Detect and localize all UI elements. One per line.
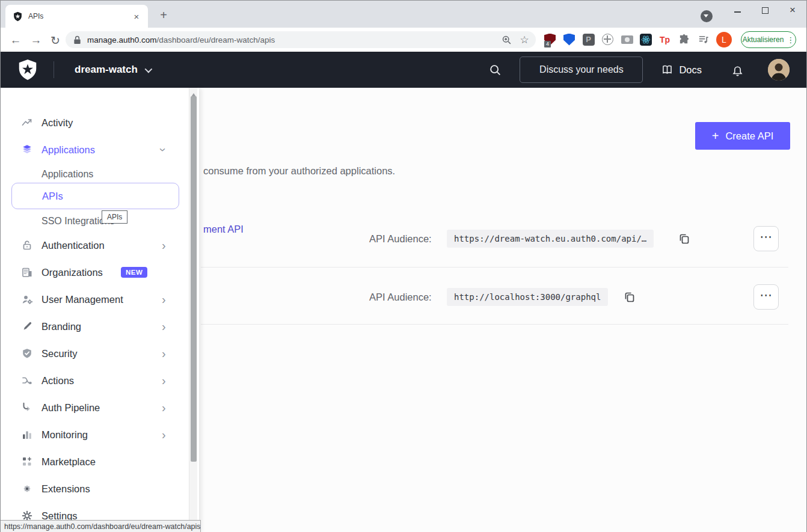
tenant-name: dream-watch (75, 64, 138, 76)
new-badge: NEW (121, 267, 147, 278)
book-icon (661, 64, 674, 76)
applications-layers-icon (21, 144, 33, 156)
zoom-level-icon[interactable] (500, 33, 513, 46)
ublock-origin-icon[interactable]: 4 (544, 33, 556, 46)
new-tab-button[interactable]: + (156, 7, 171, 23)
tab-close-icon[interactable]: × (131, 11, 142, 22)
chevron-right-icon: › (162, 429, 166, 441)
pipeline-icon (21, 402, 33, 414)
create-api-label: Create API (725, 130, 773, 142)
extensions-puzzle-icon[interactable] (678, 33, 690, 46)
chevron-right-icon: › (162, 293, 166, 305)
sidebar-item-auth-pipeline[interactable]: Auth Pipeline › (1, 394, 188, 421)
auth0-logo-icon[interactable] (16, 58, 39, 81)
sidebar-scrollbar[interactable] (189, 88, 197, 532)
auth0-favicon-icon (13, 11, 23, 22)
bookmark-star-icon[interactable]: ☆ (518, 33, 531, 46)
lock-icon (73, 35, 81, 44)
url-domain: manage.auth0.com (87, 35, 157, 44)
tenant-switcher[interactable]: dream-watch (75, 64, 150, 76)
flow-branch-icon (21, 375, 33, 387)
browser-toolbar: ← → ↻ manage.auth0.com/dashboard/eu/drea… (1, 28, 806, 52)
sidebar-item-actions[interactable]: Actions › (1, 367, 188, 394)
api-audience-value: https://dream-watch.eu.auth0.com/api/… (447, 230, 654, 248)
scrollbar-thumb[interactable] (191, 96, 197, 462)
user-gear-icon (21, 293, 33, 305)
sidebar-item-apis-selected[interactable]: APIs (11, 183, 179, 209)
user-avatar[interactable] (768, 59, 790, 81)
auth0-top-nav: dream-watch Discuss your needs Docs (1, 52, 806, 88)
tab-title: APIs (28, 12, 131, 20)
row-divider (201, 324, 788, 325)
apis-page: + Create API consume from your authorize… (1, 88, 806, 532)
search-icon[interactable] (488, 63, 502, 76)
sidebar-item-authentication[interactable]: Authentication › (1, 232, 188, 258)
browser-window: APIs × + × ← → ↻ manage.auth0.com/dashbo… (0, 0, 807, 532)
row-menu-button[interactable]: ⋯ (753, 226, 779, 251)
bitwarden-icon[interactable] (563, 33, 575, 46)
camera-icon[interactable] (621, 33, 633, 46)
status-bar-link-preview: https://manage.auth0.com/dashboard/eu/dr… (1, 520, 201, 532)
browser-menu-icon: ⋮ (787, 35, 794, 44)
lock-icon (21, 239, 33, 251)
reload-button[interactable]: ↻ (48, 32, 63, 48)
marketplace-grid-icon (21, 456, 33, 468)
forward-button[interactable]: → (28, 32, 44, 48)
organization-building-icon (21, 266, 33, 278)
sidebar-item-organizations[interactable]: Organizations NEW (1, 259, 188, 286)
sidebar-item-security[interactable]: Security › (1, 340, 188, 367)
url-path: /dashboard/eu/dream-watch/apis (157, 35, 275, 44)
api-name-link[interactable]: ment API (203, 224, 244, 235)
sidebar-item-applications[interactable]: Applications › (1, 136, 188, 163)
browser-tab[interactable]: APIs × (5, 5, 148, 28)
chevron-down-icon: › (158, 148, 170, 152)
sidebar-item-sso-integrations[interactable]: SSO Integrations (1, 209, 188, 233)
playlist-icon[interactable] (697, 33, 710, 46)
chevron-right-icon: › (162, 402, 166, 414)
shield-check-icon (21, 347, 33, 359)
sidebar-item-user-management[interactable]: User Management › (1, 286, 188, 313)
chevron-right-icon: › (162, 239, 166, 251)
minimize-button[interactable] (723, 1, 751, 20)
discuss-your-needs-button[interactable]: Discuss your needs (520, 57, 643, 83)
docs-label: Docs (679, 64, 702, 76)
sidebar-item-extensions[interactable]: Extensions (1, 475, 188, 502)
extension-icons: 4 P Tp (544, 33, 710, 46)
p-extension-icon[interactable]: P (582, 33, 595, 46)
tab-search-icon[interactable] (701, 10, 713, 22)
nav-divider (54, 61, 54, 78)
react-devtools-icon[interactable] (640, 34, 652, 46)
create-api-button[interactable]: + Create API (695, 122, 790, 150)
chevron-right-icon: › (162, 320, 166, 332)
back-button[interactable]: ← (8, 32, 23, 48)
address-bar[interactable]: manage.auth0.com/dashboard/eu/dream-watc… (66, 31, 536, 48)
extensions-gear-icon (21, 483, 33, 495)
sidebar-item-activity[interactable]: Activity (1, 109, 188, 136)
chevron-right-icon: › (162, 375, 166, 387)
docs-link[interactable]: Docs (661, 64, 702, 76)
browser-update-button[interactable]: Aktualisieren ⋮ (741, 31, 796, 48)
bar-chart-icon (21, 429, 33, 441)
copy-icon[interactable] (623, 290, 636, 304)
sidebar-item-monitoring[interactable]: Monitoring › (1, 421, 188, 448)
api-audience-label: API Audience: (369, 292, 432, 303)
url-text: manage.auth0.com/dashboard/eu/dream-watc… (87, 35, 500, 44)
move-tool-icon[interactable] (601, 33, 614, 46)
sidebar-item-marketplace[interactable]: Marketplace (1, 448, 188, 475)
notifications-bell-icon[interactable] (731, 63, 744, 76)
maximize-button[interactable] (751, 1, 779, 20)
chevron-right-icon: › (162, 347, 166, 359)
page-subtitle: consume from your authorized application… (203, 165, 395, 177)
api-audience-value: http://localhost:3000/graphql (447, 288, 608, 306)
activity-icon (21, 117, 33, 129)
update-label: Aktualisieren (743, 35, 784, 44)
paintbrush-icon (21, 320, 33, 332)
api-audience-label: API Audience: (369, 233, 432, 245)
teleparty-icon[interactable]: Tp (658, 33, 671, 46)
copy-icon[interactable] (678, 232, 691, 245)
row-menu-button[interactable]: ⋯ (753, 284, 779, 310)
close-window-button[interactable]: × (779, 1, 806, 20)
chrome-profile-avatar[interactable]: L (716, 32, 732, 47)
row-divider (201, 267, 788, 268)
sidebar-item-branding[interactable]: Branding › (1, 313, 188, 340)
